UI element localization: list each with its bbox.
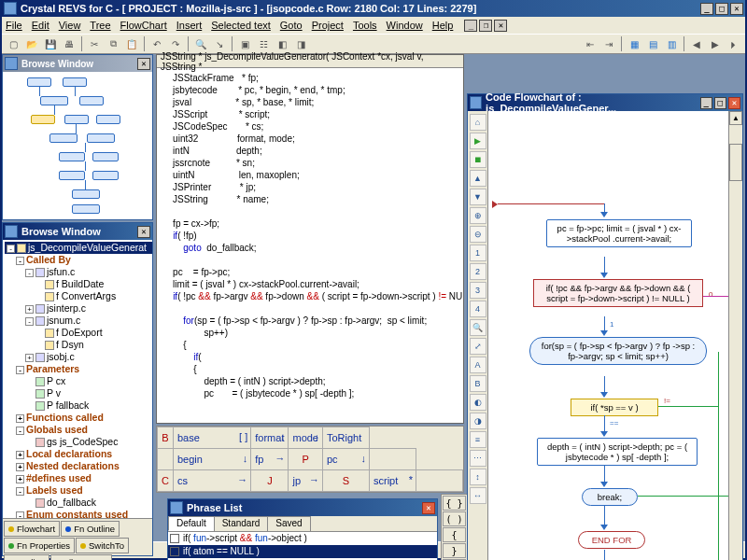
tb-bk2-icon[interactable]: ▶ [707, 35, 724, 52]
phrase-list[interactable]: if( fun->script && fun->object )if( atom… [168, 532, 437, 560]
keypad-key[interactable]: } [443, 543, 466, 558]
tree-node[interactable]: -Enum constants used [5, 509, 152, 518]
tree-node[interactable]: f DoExport [5, 327, 152, 339]
flow-node-assign[interactable]: pc = fp->pc; limit = ( jsval * ) cx->sta… [546, 219, 692, 247]
close-button[interactable]: ✕ [730, 3, 743, 15]
menu-window[interactable]: Window [387, 20, 423, 31]
code-area[interactable]: JSStackFrame * fp; jsbytecode * pc, * be… [157, 68, 463, 423]
flow-tool-n4-icon[interactable]: 4 [470, 301, 486, 317]
flow-tool-e-icon[interactable]: ≡ [470, 431, 486, 448]
tb-save-icon[interactable]: 💾 [42, 35, 59, 52]
flow-node-body[interactable]: depth = ( intN ) script->depth; pc = ( j… [537, 438, 698, 466]
menu-project[interactable]: Project [312, 20, 344, 31]
tb-undo-icon[interactable]: ↶ [148, 35, 165, 52]
flow-node-endfor[interactable]: END FOR [578, 531, 645, 549]
flow-close-button[interactable]: ✕ [728, 97, 740, 109]
tree-root[interactable]: -js_DecompileValueGenerat [5, 242, 152, 254]
mdi-close-button[interactable]: ✕ [494, 20, 507, 32]
mdi-minimize-button[interactable]: _ [464, 20, 477, 32]
flow-tool-n2-icon[interactable]: 2 [470, 263, 486, 280]
tb-grid3-icon[interactable]: ▥ [663, 35, 680, 52]
browse-tab[interactable]: File Report [50, 554, 111, 560]
tb-grid2-icon[interactable]: ▤ [644, 35, 661, 52]
tb-misc1-icon[interactable]: ◧ [274, 35, 290, 52]
menu-file[interactable]: File [6, 20, 22, 31]
menu-edit[interactable]: Edit [32, 20, 49, 31]
flow-node-for[interactable]: for(sp = ( fp->sp < fp->argv ) ? fp ->sp… [529, 337, 707, 365]
tb-redo-icon[interactable]: ↷ [167, 35, 184, 52]
scroll-up-icon[interactable]: ▲ [729, 111, 742, 125]
menu-goto[interactable]: Goto [280, 20, 303, 31]
tree-node[interactable]: f ConvertArgs [5, 290, 152, 302]
tree-node[interactable]: gs js_CodeSpec [5, 436, 152, 448]
tree-node[interactable]: -jsnum.c [5, 315, 152, 327]
token-cell[interactable]: base[ ] [173, 427, 250, 449]
token-cell[interactable]: C [158, 470, 174, 492]
menu-view[interactable]: View [59, 20, 81, 31]
browse-graph-close-button[interactable]: ✕ [137, 58, 150, 70]
flow-scrollbar[interactable]: ▲ ▼ [728, 111, 742, 560]
flowchart-canvas[interactable]: pc = fp->pc; limit = ( jsval * ) cx->sta… [488, 111, 728, 560]
flow-max-button[interactable]: □ [714, 97, 726, 109]
tree-node[interactable]: -Parameters [5, 363, 152, 375]
flow-tool-stop-icon[interactable]: ⏹ [470, 151, 486, 168]
mdi-restore-button[interactable]: ❐ [479, 20, 492, 32]
token-cell[interactable] [158, 449, 174, 470]
keypad-key[interactable]: { [443, 527, 466, 542]
tree-node[interactable]: -Called By [5, 254, 152, 266]
tb-tree-icon[interactable]: ☷ [255, 35, 272, 52]
tree-node[interactable]: -Labels used [5, 484, 152, 497]
tb-goto-icon[interactable]: ↘ [211, 35, 228, 52]
phrase-close-button[interactable]: ✕ [422, 502, 435, 514]
phrase-tab[interactable]: Standard [214, 516, 269, 531]
tb-bk1-icon[interactable]: ◀ [688, 35, 705, 52]
token-cell[interactable]: jp→ [289, 470, 323, 492]
flow-tool-n3-icon[interactable]: 3 [470, 282, 486, 299]
tree-node[interactable]: -jsfun.c [5, 266, 152, 278]
token-cell[interactable]: begin↓ [173, 449, 250, 470]
token-cell[interactable]: fp→ [251, 449, 289, 470]
flow-tool-n1-icon[interactable]: 1 [470, 245, 486, 261]
tb-paste-icon[interactable]: 📋 [123, 35, 140, 52]
tree-node[interactable]: +jsobj.c [5, 351, 152, 363]
token-cell[interactable]: format↓ [251, 427, 289, 449]
tree-node[interactable]: +#defines used [5, 472, 152, 484]
tree-node[interactable]: f BuildDate [5, 278, 152, 290]
browse-tab[interactable]: Outline [4, 554, 49, 560]
flow-node-decision[interactable]: if( *sp == v ) [571, 399, 658, 416]
flow-min-button[interactable]: _ [700, 97, 712, 109]
tb-grid1-icon[interactable]: ▦ [626, 35, 642, 52]
menu-help[interactable]: Help [432, 20, 454, 31]
token-cell[interactable]: pc↓ [323, 449, 370, 470]
flow-tool-expand-icon[interactable]: ⊕ [470, 207, 486, 224]
flow-tool-a-icon[interactable]: A [470, 357, 486, 373]
menu-flowchart[interactable]: FlowChart [120, 20, 167, 31]
tree-node[interactable]: +Nested declarations [5, 460, 152, 472]
browse-tab[interactable]: Fn Properties [4, 538, 75, 553]
token-cell[interactable]: mode↓ [289, 427, 323, 449]
menu-selectedtext[interactable]: Selected text [211, 20, 271, 31]
flow-tool-down-icon[interactable]: ▼ [470, 189, 486, 205]
flow-tool-fit-icon[interactable]: ⤢ [470, 338, 486, 355]
browse-tab[interactable]: Fn Outline [61, 521, 120, 537]
flow-node-break[interactable]: break; [582, 488, 638, 506]
token-table[interactable]: Bbase[ ]format↓mode↓ToRightbegin↓fp→Ppc↓… [157, 427, 463, 492]
menu-insert[interactable]: Insert [176, 20, 203, 31]
token-cell[interactable] [416, 470, 463, 492]
tb-flow-icon[interactable]: ▣ [236, 35, 253, 52]
symbol-tree[interactable]: -js_DecompileValueGenerat-Called By-jsfu… [3, 240, 152, 518]
tb-new-icon[interactable]: ▢ [5, 35, 21, 52]
flow-tool-d-icon[interactable]: ◑ [470, 413, 486, 429]
phrase-item[interactable]: if( atom == NULL ) [168, 545, 437, 558]
flow-tool-zoom-icon[interactable]: 🔍 [470, 319, 486, 336]
tb-find-icon[interactable]: 🔍 [192, 35, 209, 52]
tb-copy-icon[interactable]: ⧉ [105, 35, 121, 52]
token-cell[interactable]: B [158, 427, 174, 449]
tb-right2-icon[interactable]: ⇥ [600, 35, 617, 52]
minimize-button[interactable]: _ [700, 3, 713, 15]
tree-node[interactable]: -Globals used [5, 424, 152, 436]
flow-tool-g-icon[interactable]: ↕ [470, 469, 486, 485]
call-graph-canvas[interactable] [3, 72, 152, 219]
flow-tool-c-icon[interactable]: ◐ [470, 394, 486, 411]
tree-node[interactable]: P v [5, 387, 152, 399]
